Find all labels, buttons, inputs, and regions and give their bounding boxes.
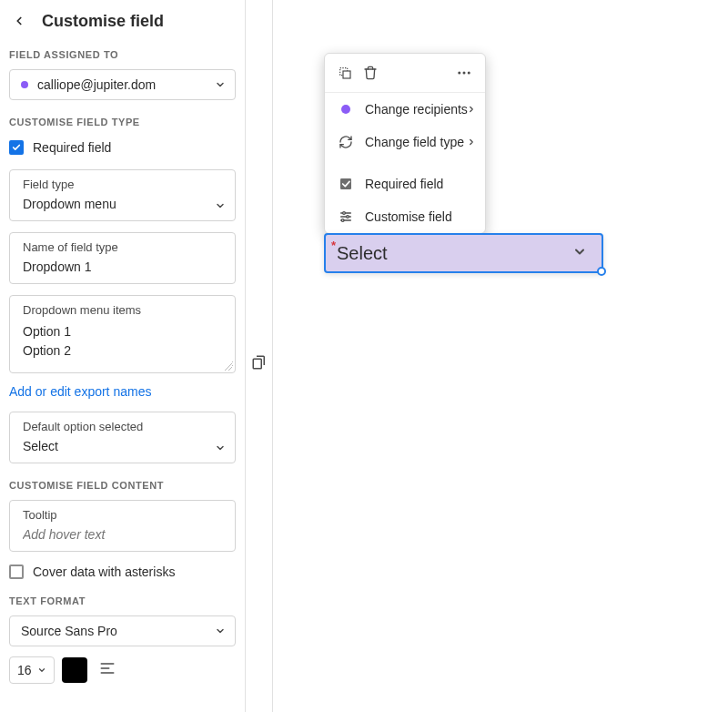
assigned-to-value: calliope@jupiter.dom [37, 77, 156, 92]
font-value: Source Sans Pro [21, 624, 117, 638]
dropdown-items-textarea[interactable]: Dropdown menu items Option 1 Option 2 [9, 295, 236, 373]
panel-header: Customise field [9, 11, 236, 31]
assigned-to-select[interactable]: calliope@jupiter.dom [9, 69, 236, 100]
required-label: Required field [33, 140, 111, 155]
form-field-dropdown-preview[interactable]: * Select [324, 233, 603, 273]
chevron-down-icon [215, 626, 226, 636]
popover-toolbar [325, 54, 485, 93]
menu-item-required[interactable]: Required field [325, 168, 485, 200]
menu-label: Required field [365, 177, 443, 191]
duplicate-icon[interactable] [334, 62, 356, 84]
font-family-select[interactable]: Source Sans Pro [9, 615, 236, 646]
svg-point-14 [341, 219, 344, 222]
name-label: Name of field type [23, 240, 226, 254]
resize-handle[interactable] [224, 361, 233, 371]
required-field-row: Required field [9, 140, 236, 155]
name-of-field-input[interactable]: Name of field type Dropdown 1 [9, 232, 236, 284]
page-gutter [246, 0, 273, 712]
panel-title: Customise field [42, 12, 164, 31]
sliders-icon [338, 209, 354, 224]
font-size-select[interactable]: 16 [9, 656, 55, 684]
items-textarea[interactable]: Option 1 Option 2 [23, 322, 226, 361]
font-size-value: 16 [17, 663, 32, 677]
field-type-select[interactable]: Field type Dropdown menu [9, 169, 236, 221]
menu-label: Customise field [365, 209, 452, 224]
required-checkbox[interactable] [9, 140, 24, 155]
svg-point-12 [347, 216, 349, 219]
document-canvas[interactable]: Change recipients Change field type Requ… [273, 0, 728, 712]
menu-item-customise[interactable]: Customise field [325, 200, 485, 233]
default-option-select[interactable]: Default option selected Select [9, 412, 236, 463]
checkbox-checked-icon [338, 177, 354, 191]
delete-icon[interactable] [359, 62, 381, 84]
chevron-down-icon [572, 245, 587, 262]
cover-label: Cover data with asterisks [33, 565, 175, 579]
export-names-link[interactable]: Add or edit export names [9, 384, 151, 399]
resize-handle[interactable] [597, 267, 606, 276]
section-label-format: TEXT FORMAT [9, 595, 236, 606]
field-context-popover: Change recipients Change field type Requ… [324, 53, 486, 234]
text-align-button[interactable] [95, 656, 120, 684]
default-value: Select [23, 439, 226, 453]
menu-item-change-type[interactable]: Change field type [325, 126, 485, 158]
recipient-dot-icon [21, 81, 28, 88]
back-button[interactable] [9, 11, 29, 31]
svg-point-5 [458, 72, 460, 75]
font-color-swatch[interactable] [62, 657, 87, 683]
text-format-row: 16 [9, 656, 236, 684]
cover-data-row: Cover data with asterisks [9, 565, 236, 579]
svg-rect-4 [343, 71, 350, 78]
items-label: Dropdown menu items [23, 303, 226, 317]
section-label-assigned: FIELD ASSIGNED TO [9, 49, 236, 60]
cover-checkbox[interactable] [9, 565, 24, 579]
pages-icon[interactable] [248, 13, 271, 712]
svg-point-7 [468, 72, 470, 75]
chevron-right-icon [467, 135, 476, 149]
menu-item-change-recipients[interactable]: Change recipients [325, 93, 485, 126]
chevron-down-icon [215, 79, 226, 90]
field-type-value: Dropdown menu [23, 197, 226, 211]
tooltip-field[interactable] [23, 527, 226, 542]
chevron-down-icon [215, 442, 226, 453]
tooltip-input[interactable]: Tooltip [9, 500, 236, 552]
chevron-right-icon [467, 102, 476, 117]
menu-label: Change recipients [365, 102, 468, 117]
tooltip-label: Tooltip [23, 508, 226, 522]
refresh-icon [338, 135, 354, 149]
recipient-dot-icon [338, 105, 354, 114]
customise-field-panel: Customise field FIELD ASSIGNED TO callio… [0, 0, 246, 712]
chevron-down-icon [215, 200, 226, 211]
svg-point-10 [343, 212, 346, 215]
name-value: Dropdown 1 [23, 259, 226, 274]
section-label-type: CUSTOMISE FIELD TYPE [9, 117, 236, 127]
svg-point-6 [463, 72, 466, 75]
section-label-content: CUSTOMISE FIELD CONTENT [9, 480, 236, 491]
svg-rect-8 [340, 178, 351, 189]
more-icon[interactable] [452, 61, 476, 85]
menu-label: Change field type [365, 135, 464, 149]
field-type-label: Field type [23, 178, 226, 191]
default-label: Default option selected [23, 420, 226, 433]
required-asterisk: * [331, 239, 336, 252]
preview-placeholder: Select [337, 243, 388, 264]
